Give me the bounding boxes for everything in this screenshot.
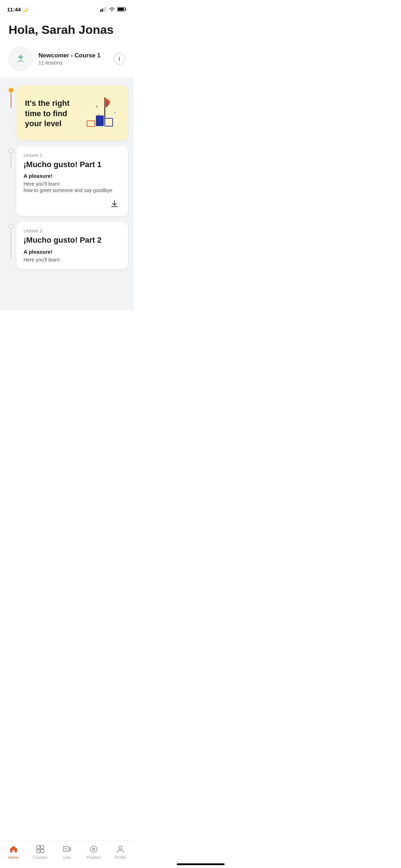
greeting-title: Hola, Sarah Jonas bbox=[9, 23, 125, 37]
time-display: 11:44 bbox=[7, 6, 21, 12]
status-bar: 11:44 🌙 bbox=[0, 0, 134, 16]
lesson2-desc-label: Here you'll learn: bbox=[24, 257, 121, 263]
timeline-line-2 bbox=[11, 229, 11, 258]
timeline-dot-active bbox=[9, 88, 14, 93]
lesson2-subtitle: A pleasure! bbox=[24, 249, 121, 255]
wifi-icon bbox=[109, 7, 115, 12]
svg-rect-2 bbox=[103, 7, 104, 12]
banner-illustration: ♦ ✦ ✦ bbox=[78, 94, 121, 133]
download-button-1[interactable] bbox=[108, 197, 121, 210]
lesson1-subtitle: A pleasure! bbox=[24, 173, 121, 179]
course-name: Newcomer - Course 1 bbox=[38, 52, 108, 59]
svg-text:✦: ✦ bbox=[114, 111, 116, 114]
lesson2-title: ¡Mucho gusto! Part 2 bbox=[24, 236, 121, 245]
svg-rect-14 bbox=[96, 115, 104, 126]
lesson2-timeline-item: Lesson 2 ¡Mucho gusto! Part 2 A pleasure… bbox=[6, 222, 128, 269]
status-icons bbox=[100, 7, 127, 12]
svg-rect-3 bbox=[105, 7, 106, 12]
course-text: Newcomer - Course 1 11 lessons bbox=[38, 52, 108, 66]
timeline-left-2 bbox=[6, 222, 16, 258]
svg-rect-1 bbox=[102, 9, 103, 12]
lessons-area: It's the right time to find your level ♦… bbox=[0, 78, 134, 310]
svg-rect-0 bbox=[100, 10, 101, 12]
timeline-dot-1 bbox=[9, 148, 14, 153]
svg-rect-15 bbox=[105, 118, 113, 126]
svg-rect-7 bbox=[118, 8, 124, 11]
banner-text: It's the right time to find your level bbox=[25, 98, 78, 129]
banner-timeline-item: It's the right time to find your level ♦… bbox=[6, 86, 128, 140]
lesson1-desc-label: Here you'll learn: bbox=[24, 181, 121, 187]
download-icon-1 bbox=[110, 200, 118, 208]
timeline-left-banner bbox=[6, 86, 16, 108]
moon-icon: 🌙 bbox=[22, 7, 28, 12]
timeline-line-orange bbox=[11, 93, 11, 108]
lesson2-number: Lesson 2 bbox=[24, 228, 121, 233]
lesson2-card[interactable]: Lesson 2 ¡Mucho gusto! Part 2 A pleasure… bbox=[16, 222, 128, 269]
status-time: 11:44 🌙 bbox=[7, 6, 28, 12]
timeline-left-1 bbox=[6, 146, 16, 168]
timeline-dot-2 bbox=[9, 224, 14, 229]
course-logo bbox=[9, 47, 33, 71]
svg-point-4 bbox=[112, 10, 112, 11]
lesson1-title: ¡Mucho gusto! Part 1 bbox=[24, 160, 121, 169]
course-info: Newcomer - Course 1 11 lessons i bbox=[0, 42, 134, 78]
plant-icon bbox=[13, 51, 28, 66]
svg-rect-6 bbox=[125, 9, 127, 10]
header: Hola, Sarah Jonas bbox=[0, 16, 134, 42]
lesson1-number: Lesson 1 bbox=[24, 153, 121, 158]
signal-icon bbox=[100, 7, 107, 12]
lesson1-card[interactable]: Lesson 1 ¡Mucho gusto! Part 1 A pleasure… bbox=[16, 146, 128, 216]
lesson1-timeline-item: Lesson 1 ¡Mucho gusto! Part 1 A pleasure… bbox=[6, 146, 128, 216]
course-lessons: 11 lessons bbox=[38, 60, 108, 66]
svg-text:✦: ✦ bbox=[98, 113, 100, 116]
battery-icon bbox=[117, 7, 127, 12]
lesson1-desc: how to greet someone and say goodbye bbox=[24, 187, 121, 193]
svg-rect-13 bbox=[87, 121, 95, 126]
banner-card[interactable]: It's the right time to find your level ♦… bbox=[16, 86, 128, 140]
svg-text:♦: ♦ bbox=[96, 104, 98, 108]
info-button[interactable]: i bbox=[114, 53, 125, 64]
timeline-line-1 bbox=[11, 154, 11, 168]
